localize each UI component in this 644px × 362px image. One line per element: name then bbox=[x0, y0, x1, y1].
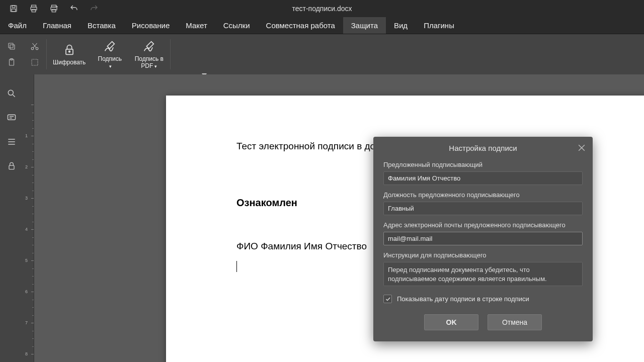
svg-rect-9 bbox=[10, 45, 15, 49]
email-input[interactable] bbox=[383, 232, 583, 245]
svg-rect-10 bbox=[9, 43, 13, 48]
email-label: Адрес электронной почты предложенного по… bbox=[383, 221, 583, 229]
dialog-footer: OK Отмена bbox=[383, 314, 583, 332]
position-input[interactable] bbox=[383, 202, 583, 215]
ribbon: Шифровать Подпись▾ Подпись вPDF▾ bbox=[0, 34, 644, 74]
undo-icon[interactable] bbox=[69, 4, 78, 13]
pdf-signature-icon bbox=[142, 39, 156, 53]
signature-button[interactable]: Подпись▾ bbox=[95, 39, 125, 70]
svg-rect-15 bbox=[32, 59, 38, 65]
headings-icon[interactable] bbox=[7, 137, 17, 147]
print-icon[interactable] bbox=[29, 4, 38, 13]
signature-settings-dialog: Настройка подписи Предложенный подписыва… bbox=[373, 137, 593, 341]
search-icon[interactable] bbox=[7, 88, 17, 99]
menu-view[interactable]: Вид bbox=[386, 17, 416, 34]
redo-icon[interactable] bbox=[90, 4, 99, 13]
dialog-header[interactable]: Настройка подписи bbox=[373, 137, 593, 159]
vertical-ruler[interactable]: 12345678 bbox=[23, 74, 34, 362]
close-icon[interactable] bbox=[577, 143, 587, 153]
menu-draw[interactable]: Рисование bbox=[124, 17, 178, 34]
signature-icon bbox=[103, 39, 117, 53]
menu-collaboration[interactable]: Совместная работа bbox=[258, 17, 343, 34]
quick-actions bbox=[0, 4, 99, 13]
svg-rect-19 bbox=[8, 115, 16, 120]
svg-point-17 bbox=[68, 51, 70, 52]
signer-label: Предложенный подписывающий bbox=[383, 161, 583, 168]
svg-rect-20 bbox=[9, 165, 14, 169]
dialog-body: Предложенный подписывающий Должность пре… bbox=[373, 159, 593, 341]
clipboard-mini bbox=[0, 34, 23, 74]
ok-button[interactable]: OK bbox=[424, 314, 478, 330]
menu-home[interactable]: Главная bbox=[35, 17, 79, 34]
menu-references[interactable]: Ссылки bbox=[215, 17, 258, 34]
clipboard-mini2 bbox=[23, 34, 46, 74]
pdf-signature-button[interactable]: Подпись вPDF▾ bbox=[134, 39, 164, 70]
svg-rect-8 bbox=[52, 10, 56, 12]
select-icon[interactable] bbox=[30, 58, 39, 67]
protect-group: Шифровать Подпись▾ Подпись вPDF▾ bbox=[47, 34, 170, 74]
signer-input[interactable] bbox=[383, 171, 583, 185]
svg-rect-1 bbox=[12, 6, 15, 8]
svg-rect-2 bbox=[12, 9, 16, 12]
left-sidebar bbox=[0, 74, 23, 362]
show-date-checkbox[interactable] bbox=[383, 295, 392, 303]
comments-icon[interactable] bbox=[7, 113, 17, 123]
show-date-label: Показывать дату подписи в строке подписи bbox=[397, 295, 529, 303]
paste-icon[interactable] bbox=[7, 58, 16, 67]
copy-icon[interactable] bbox=[7, 42, 16, 51]
svg-rect-5 bbox=[32, 10, 36, 12]
lock-icon bbox=[62, 43, 76, 57]
menu-layout[interactable]: Макет bbox=[178, 17, 215, 34]
cancel-button[interactable]: Отмена bbox=[488, 314, 542, 330]
quick-print-icon[interactable] bbox=[49, 4, 58, 13]
menu-insert[interactable]: Вставка bbox=[79, 17, 124, 34]
cut-icon[interactable] bbox=[30, 42, 39, 51]
menu-bar: Файл Главная Вставка Рисование Макет Ссы… bbox=[0, 17, 644, 34]
signature-label: Подпись▾ bbox=[98, 55, 122, 70]
dialog-title: Настройка подписи bbox=[449, 144, 517, 152]
text-cursor bbox=[236, 261, 237, 272]
menu-file[interactable]: Файл bbox=[0, 17, 35, 34]
position-label: Должность предложенного подписывающего bbox=[383, 191, 583, 199]
encrypt-label: Шифровать bbox=[53, 59, 86, 66]
title-bar: тест-подписи.docx bbox=[0, 0, 644, 17]
encrypt-button[interactable]: Шифровать bbox=[53, 43, 86, 66]
menu-protect[interactable]: Защита bbox=[343, 17, 386, 34]
instructions-input[interactable] bbox=[383, 262, 583, 286]
pdf-signature-label: Подпись вPDF▾ bbox=[135, 55, 164, 70]
svg-point-18 bbox=[8, 90, 13, 95]
menu-plugins[interactable]: Плагины bbox=[416, 17, 462, 34]
instructions-label: Инструкции для подписывающего bbox=[383, 251, 583, 259]
save-icon[interactable] bbox=[9, 4, 18, 13]
protect-icon[interactable] bbox=[7, 161, 17, 171]
